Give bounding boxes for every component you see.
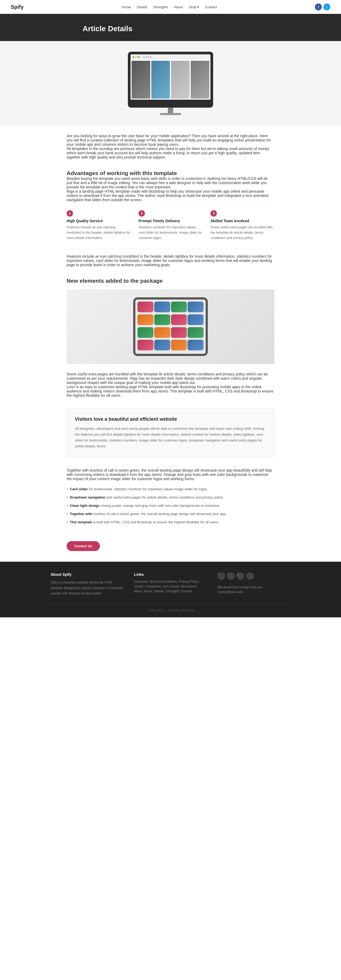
footer-pinterest-icon[interactable]: p — [237, 572, 244, 580]
advantages-p1: Besides buying the template you need som… — [67, 177, 274, 189]
intro-p2: All templates in the roundup are premium… — [67, 146, 274, 159]
tablet-graphic — [133, 298, 208, 356]
feature-desc-1: Features include an eye catching morphte… — [67, 224, 131, 240]
monitor-panel-1 — [132, 61, 150, 99]
monitor-titlebar: Obsidian — [131, 54, 210, 60]
monitor-url: Obsidian — [143, 56, 152, 58]
advantages-section: Advantages of working with this template… — [51, 170, 290, 267]
blockquote-heading: Visitors love a beautiful and efficient … — [75, 417, 266, 422]
intro-section: Are you looking for ways to grow the use… — [51, 134, 290, 159]
feature-2: 2 Prompt Timely Delivery Statistics numb… — [139, 210, 202, 240]
blockquote-section: Visitors love a beautiful and efficient … — [51, 408, 290, 458]
bullet-5: This template is built with HTML, CSS an… — [67, 518, 274, 527]
monitor-content — [131, 60, 210, 100]
blockquote-box: Visitors love a beautiful and efficient … — [67, 408, 274, 458]
app-icon-12 — [188, 327, 204, 338]
app-icon-9 — [137, 327, 153, 338]
new-elements-p1: Some useful extra pages are bundled with… — [67, 372, 274, 385]
nav-strengths[interactable]: Strengths — [153, 5, 168, 9]
app-icon-3 — [171, 302, 187, 312]
cta-area: Contact Us — [67, 536, 274, 562]
monitor-dot-red — [133, 56, 134, 58]
footer: About Spify Spify is a business website … — [0, 562, 341, 617]
feature-desc-2: Statistics numbers for important values,… — [139, 224, 202, 240]
monitor-screen: Obsidian — [131, 54, 210, 100]
footer-instagram-icon[interactable]: i — [247, 572, 254, 580]
hero-image-section: Obsidian — [0, 41, 341, 126]
bullet-list: Card slider for testimonials, statistics… — [67, 485, 274, 526]
advantages-p2: Riga is a landing page HTML template mad… — [67, 189, 274, 202]
feature-num-3: 3 — [210, 210, 217, 216]
page-title: Article Details — [67, 24, 274, 33]
app-icon-7 — [171, 314, 187, 325]
footer-email[interactable]: contact@site.com — [218, 590, 290, 594]
app-icon-14 — [154, 340, 170, 350]
brand-logo[interactable]: Spify — [11, 4, 24, 10]
footer-facebook-icon[interactable]: f — [218, 572, 225, 580]
monitor-panel-3 — [171, 61, 190, 99]
monitor-stand-neck — [168, 108, 173, 113]
facebook-icon[interactable]: f — [315, 3, 322, 10]
bullet-4: Together with touches of call to action … — [67, 510, 274, 518]
nav-home[interactable]: Home — [122, 5, 131, 9]
new-elements-heading: New elements added to the package — [67, 278, 274, 284]
footer-bottom: © Spify 2024 — All Rights Reserved — [51, 604, 290, 612]
feature-title-3: Skilled Team Involved — [210, 219, 274, 223]
new-elements-text: Some useful extra pages are bundled with… — [51, 372, 290, 398]
advantages-heading: Advantages of working with this template — [67, 170, 274, 177]
footer-twitter-icon[interactable]: t — [227, 572, 235, 580]
app-icon-4 — [188, 302, 204, 312]
cta-section: Contact Us — [51, 536, 290, 562]
nav-details[interactable]: Details — [137, 5, 147, 9]
navbar: Spify Home Details Strengths About Drop … — [0, 0, 341, 14]
monitor-dot-green — [138, 56, 140, 58]
footer-about-text: Spify is a business website Bootstrap HT… — [51, 580, 123, 596]
app-icon-2 — [154, 302, 170, 312]
new-elements-p2: Leon is an easy to customize landing pag… — [67, 385, 274, 398]
footer-about: About Spify Spify is a business website … — [51, 572, 123, 596]
monitor-panel-4 — [191, 61, 209, 99]
monitor-panel-2 — [151, 61, 170, 99]
footer-contact-heading: We would love to hear from you — [218, 585, 290, 590]
footer-copyright: © Spify 2024 — All Rights Reserved — [147, 609, 194, 612]
app-icon-11 — [171, 327, 187, 338]
nav-about[interactable]: About — [174, 5, 183, 9]
contact-us-button[interactable]: Contact Us — [67, 541, 100, 551]
together-section: Together with touches of call to action … — [51, 468, 290, 526]
monitor-dot-yellow — [135, 56, 137, 58]
nav-links: Home Details Strengths About Drop ▾ Cont… — [122, 5, 217, 9]
app-icon-6 — [154, 314, 170, 325]
footer-contact: f t p i We would love to hear from you c… — [218, 572, 290, 596]
feature-1: 1 High Quality Service Features include … — [67, 210, 131, 240]
app-icon-13 — [137, 340, 153, 350]
monitor-stand-base — [160, 113, 181, 115]
tablet-image-section — [67, 290, 274, 364]
app-icon-5 — [137, 314, 153, 325]
footer-link-3[interactable]: Menu: Home, Details, Strengths, Contact — [134, 589, 207, 593]
app-icon-15 — [171, 340, 187, 350]
new-elements-section: New elements added to the package — [51, 278, 290, 284]
advantages-p3: Features include an eye catching morphte… — [67, 254, 274, 267]
feature-title-2: Prompt Timely Delivery — [139, 219, 202, 223]
feature-desc-3: Some useful extra pages are bundled with… — [210, 224, 274, 240]
nav-contact[interactable]: Contact — [205, 5, 217, 9]
feature-num-1: 1 — [67, 210, 73, 216]
intro-p1: Are you looking for ways to grow the use… — [67, 134, 274, 146]
blockquote-text: All designers, developers and tech-savvy… — [75, 426, 266, 449]
twitter-icon[interactable]: t — [323, 3, 330, 10]
social-icons: f t — [315, 3, 330, 10]
app-icon-1 — [137, 302, 153, 312]
footer-link-1[interactable]: Important: Terms & Conditions, Privacy P… — [134, 580, 207, 584]
feature-title-1: High Quality Service — [67, 219, 131, 223]
monitor-graphic: Obsidian — [128, 52, 213, 108]
footer-links: Links Important: Terms & Conditions, Pri… — [134, 572, 207, 596]
footer-grid: About Spify Spify is a business website … — [51, 572, 290, 604]
bullet-1: Card slider for testimonials, statistics… — [67, 485, 274, 493]
footer-social-icons: f t p i — [218, 572, 290, 581]
bullet-2: Dropdown navigation and useful extra pag… — [67, 493, 274, 502]
nav-drop[interactable]: Drop ▾ — [189, 5, 199, 9]
footer-links-heading: Links — [134, 572, 207, 577]
together-p1: Together with touches of call to action … — [67, 468, 274, 481]
bullet-3: Clean light design mixing purple, orange… — [67, 502, 274, 510]
footer-link-2[interactable]: Useful: Colorpicker, Icon Library, Illus… — [134, 585, 207, 588]
